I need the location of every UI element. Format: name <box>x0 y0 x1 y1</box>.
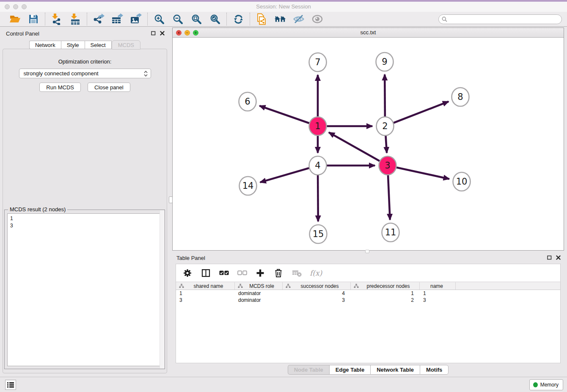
table-toolbar: f(x) <box>176 264 560 282</box>
window-title: Session: New Session <box>0 2 567 12</box>
minimize-network-button[interactable]: − <box>184 30 190 36</box>
svg-text:7: 7 <box>315 57 320 67</box>
table-cell[interactable]: 2 <box>351 297 420 304</box>
deselect-all-rows-icon[interactable] <box>237 268 247 278</box>
graph-node-7[interactable]: 7 <box>309 53 327 72</box>
delete-table-icon[interactable] <box>292 268 302 278</box>
table-cell[interactable]: 1 <box>176 290 235 297</box>
graph-node-3[interactable]: 3 <box>379 156 396 175</box>
close-network-button[interactable]: × <box>176 30 182 36</box>
table-row[interactable]: 1dominator411 <box>176 290 560 297</box>
delete-row-icon[interactable] <box>273 268 284 278</box>
show-panels-button[interactable] <box>5 380 16 390</box>
import-table-icon[interactable] <box>69 13 81 25</box>
table-cell[interactable]: 3 <box>176 297 235 304</box>
network-canvas[interactable]: 1234678910111415 <box>173 38 564 250</box>
tab-motifs[interactable]: Motifs <box>420 365 449 375</box>
column-header-MCDS-role[interactable]: MCDS role <box>235 282 283 290</box>
network-overview-icon[interactable] <box>274 13 286 25</box>
table-cell[interactable]: 3 <box>283 297 351 304</box>
table-cell[interactable]: dominator <box>235 297 283 304</box>
graph-node-14[interactable]: 14 <box>239 177 257 195</box>
export-image-icon[interactable] <box>130 13 142 25</box>
show-graphics-details-icon[interactable] <box>311 13 323 25</box>
import-network-icon[interactable] <box>51 13 63 25</box>
network-window-title: scc.txt <box>173 28 564 37</box>
graph-node-11[interactable]: 11 <box>382 223 399 242</box>
float-table-panel-icon[interactable] <box>547 255 552 260</box>
tab-style[interactable]: Style <box>61 41 85 49</box>
add-row-icon[interactable] <box>255 268 265 278</box>
show-column-icon[interactable] <box>201 268 211 278</box>
mcds-result-title: MCDS result (2 nodes) <box>8 206 67 213</box>
zoom-window-button[interactable] <box>22 4 27 9</box>
zoom-out-icon[interactable] <box>172 13 184 25</box>
svg-text:10: 10 <box>456 177 468 187</box>
zoom-in-icon[interactable] <box>153 13 165 25</box>
graph-node-1[interactable]: 1 <box>309 117 327 135</box>
table-row[interactable]: 3dominator323 <box>176 297 560 304</box>
tab-node-table[interactable]: Node Table <box>288 365 329 375</box>
table-cell[interactable]: dominator <box>235 290 283 297</box>
network-window-titlebar: × − + scc.txt <box>173 28 564 38</box>
memory-button[interactable]: Memory <box>529 379 563 390</box>
graph-node-8[interactable]: 8 <box>452 88 469 106</box>
graph-edge-3-1[interactable] <box>329 133 388 166</box>
graph-edge-2-8[interactable] <box>385 102 449 126</box>
export-table-icon[interactable] <box>111 13 123 25</box>
float-panel-icon[interactable] <box>151 31 156 36</box>
column-header-successor-nodes[interactable]: successor nodes <box>283 282 351 290</box>
run-mcds-button[interactable]: Run MCDS <box>39 83 81 92</box>
graph-node-6[interactable]: 6 <box>239 92 256 111</box>
mcds-result-box: MCDS result (2 nodes) 1 3 <box>4 210 165 369</box>
close-table-panel-icon[interactable] <box>556 255 561 260</box>
function-builder-icon[interactable]: f(x) <box>310 269 322 277</box>
column-header-shared-name[interactable]: shared name <box>176 282 235 290</box>
graph-edge-3-10[interactable] <box>388 166 449 179</box>
open-session-icon[interactable] <box>9 13 21 25</box>
table-cell[interactable]: 1 <box>420 290 456 297</box>
column-header-predecessor-nodes[interactable]: predecessor nodes <box>351 282 420 290</box>
close-panel-button[interactable]: Close panel <box>88 83 130 92</box>
close-panel-icon[interactable] <box>160 30 165 36</box>
graph-node-10[interactable]: 10 <box>453 172 471 191</box>
close-window-button[interactable] <box>5 4 10 9</box>
table-settings-icon[interactable] <box>182 268 193 278</box>
zoom-fit-icon[interactable] <box>190 13 202 25</box>
table-cell[interactable]: 1 <box>351 290 420 297</box>
clone-network-icon[interactable] <box>256 13 267 25</box>
search-input[interactable] <box>449 16 559 22</box>
tab-network[interactable]: Network <box>29 41 61 49</box>
result-scrollbar[interactable] <box>160 210 164 368</box>
save-session-icon[interactable] <box>28 13 39 25</box>
minimize-window-button[interactable] <box>13 4 18 9</box>
status-bar: Memory <box>0 377 567 392</box>
tab-network-table[interactable]: Network Table <box>370 365 420 375</box>
graph-node-2[interactable]: 2 <box>377 117 394 135</box>
tab-select[interactable]: Select <box>85 41 112 49</box>
tab-edge-table[interactable]: Edge Table <box>329 365 370 375</box>
column-type-icon <box>286 284 291 288</box>
network-graph: 1234678910111415 <box>173 38 564 250</box>
select-all-rows-icon[interactable] <box>219 268 229 278</box>
maximize-network-button[interactable]: + <box>193 30 198 36</box>
zoom-selected-icon[interactable] <box>209 13 221 25</box>
memory-button-label: Memory <box>540 382 559 388</box>
svg-text:4: 4 <box>315 160 320 171</box>
refresh-view-icon[interactable] <box>232 13 244 25</box>
tab-mcds[interactable]: MCDS <box>112 40 140 50</box>
table-cell[interactable]: 3 <box>420 297 456 304</box>
main-toolbar <box>0 12 567 27</box>
mcds-result-text[interactable]: 1 3 <box>7 213 162 366</box>
column-header-name[interactable]: name <box>420 282 456 290</box>
optimization-criterion-select[interactable]: strongly connected component <box>19 69 151 78</box>
graph-node-9[interactable]: 9 <box>376 52 394 71</box>
search-box <box>438 14 562 24</box>
table-cell[interactable]: 4 <box>283 290 351 297</box>
graph-node-4[interactable]: 4 <box>309 156 327 175</box>
hide-graphics-details-icon[interactable] <box>293 13 305 25</box>
graph-node-15[interactable]: 15 <box>310 225 327 243</box>
svg-text:6: 6 <box>245 97 250 107</box>
memory-status-icon <box>533 382 538 387</box>
export-network-icon[interactable] <box>93 13 105 25</box>
